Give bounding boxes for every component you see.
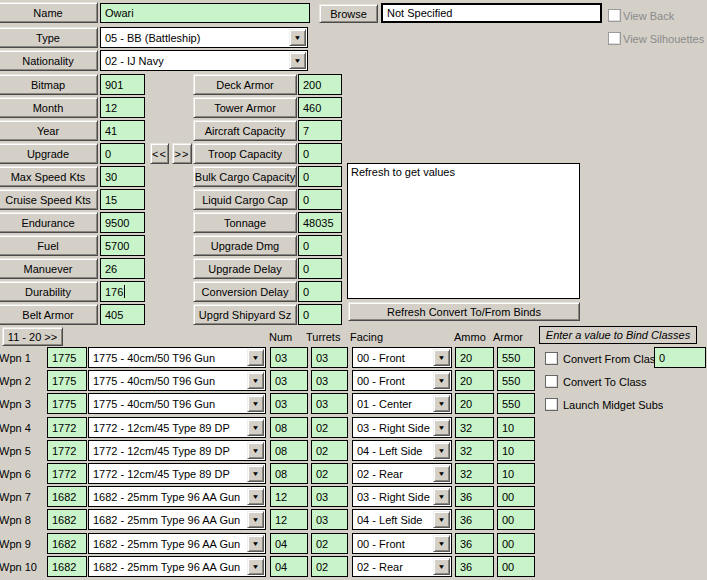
dropdown-arrow-button[interactable]: ▼ — [433, 535, 450, 552]
endurance-input[interactable]: 9500 — [100, 212, 145, 233]
wpn-weapon-combo[interactable]: 1682 - 25mm Type 96 AA Gun▼ — [88, 486, 266, 507]
wpn-turrets-input[interactable]: 02 — [311, 556, 348, 577]
wpn-weapon-combo[interactable]: 1682 - 25mm Type 96 AA Gun▼ — [88, 509, 266, 530]
dropdown-arrow-button[interactable]: ▼ — [247, 465, 264, 482]
wpn-turrets-input[interactable]: 03 — [311, 486, 348, 507]
wpn-armor-input[interactable]: 550 — [497, 393, 535, 414]
nationality-combo[interactable]: 02 - IJ Navy ▼ — [100, 50, 308, 71]
wpn-facing-combo[interactable]: 00 - Front▼ — [352, 370, 452, 391]
wpn-ammo-input[interactable]: 32 — [455, 417, 494, 438]
name-input[interactable]: Owari — [100, 3, 310, 23]
view-back-checkbox[interactable] — [608, 9, 621, 22]
convert-from-class-input[interactable]: 0 — [654, 347, 706, 368]
upgrade-input[interactable]: 0 — [100, 143, 145, 164]
wpn-armor-input[interactable]: 10 — [497, 417, 535, 438]
wpn-ammo-input[interactable]: 32 — [455, 440, 494, 461]
upgrade-delay-input[interactable]: 0 — [298, 258, 342, 279]
dropdown-arrow-button[interactable]: ▼ — [289, 52, 306, 69]
dropdown-arrow-button[interactable]: ▼ — [433, 488, 450, 505]
upgrade-prev-button[interactable]: << — [150, 143, 169, 164]
wpn-facing-combo[interactable]: 02 - Rear▼ — [352, 556, 452, 577]
bulk-cargo-capacity-input[interactable]: 0 — [298, 166, 342, 187]
dropdown-arrow-button[interactable]: ▼ — [247, 349, 264, 366]
tower-armor-input[interactable]: 460 — [298, 97, 342, 118]
wpn-turrets-input[interactable]: 03 — [311, 347, 348, 368]
deck-armor-input[interactable]: 200 — [298, 74, 342, 95]
dropdown-arrow-button[interactable]: ▼ — [247, 558, 264, 575]
wpn-ammo-input[interactable]: 36 — [455, 533, 494, 554]
wpn-turrets-input[interactable]: 03 — [311, 370, 348, 391]
refresh-binds-button[interactable]: Refresh Convert To/From Binds — [348, 302, 580, 321]
belt-armor-input[interactable]: 405 — [100, 304, 145, 325]
troop-capacity-input[interactable]: 0 — [298, 143, 342, 164]
wpn-armor-input[interactable]: 550 — [497, 347, 535, 368]
wpn-id-input[interactable]: 1772 — [47, 417, 87, 438]
wpn-num-input[interactable]: 12 — [270, 486, 308, 507]
convert-from-class-checkbox[interactable] — [545, 352, 558, 365]
wpn-ammo-input[interactable]: 20 — [455, 370, 494, 391]
view-silhouettes-checkbox[interactable] — [608, 32, 621, 45]
wpn-id-input[interactable]: 1682 — [47, 556, 87, 577]
launch-midget-subs-checkbox[interactable] — [545, 398, 558, 411]
wpn-weapon-combo[interactable]: 1772 - 12cm/45 Type 89 DP▼ — [88, 417, 266, 438]
wpn-turrets-input[interactable]: 03 — [311, 509, 348, 530]
dropdown-arrow-button[interactable]: ▼ — [433, 349, 450, 366]
upgrade-dmg-input[interactable]: 0 — [298, 235, 342, 256]
dropdown-arrow-button[interactable]: ▼ — [433, 372, 450, 389]
wpn-weapon-combo[interactable]: 1682 - 25mm Type 96 AA Gun▼ — [88, 533, 266, 554]
dropdown-arrow-button[interactable]: ▼ — [247, 395, 264, 412]
wpn-facing-combo[interactable]: 00 - Front▼ — [352, 347, 452, 368]
aircraft-capacity-input[interactable]: 7 — [298, 120, 342, 141]
browse-button[interactable]: Browse — [319, 4, 378, 23]
dropdown-arrow-button[interactable]: ▼ — [247, 488, 264, 505]
wpn-armor-input[interactable]: 00 — [497, 486, 535, 507]
wpn-weapon-combo[interactable]: 1775 - 40cm/50 T96 Gun▼ — [88, 347, 266, 368]
wpn-weapon-combo[interactable]: 1772 - 12cm/45 Type 89 DP▼ — [88, 463, 266, 484]
dropdown-arrow-button[interactable]: ▼ — [247, 419, 264, 436]
dropdown-arrow-button[interactable]: ▼ — [433, 395, 450, 412]
dropdown-arrow-button[interactable]: ▼ — [433, 442, 450, 459]
dropdown-arrow-button[interactable]: ▼ — [433, 558, 450, 575]
wpn-ammo-input[interactable]: 20 — [455, 347, 494, 368]
manuever-input[interactable]: 26 — [100, 258, 145, 279]
dropdown-arrow-button[interactable]: ▼ — [247, 442, 264, 459]
wpn-num-input[interactable]: 08 — [270, 417, 308, 438]
wpn-armor-input[interactable]: 550 — [497, 370, 535, 391]
wpn-turrets-input[interactable]: 03 — [311, 393, 348, 414]
dropdown-arrow-button[interactable]: ▼ — [433, 465, 450, 482]
cruise-speed-kts-input[interactable]: 15 — [100, 189, 145, 210]
wpn-num-input[interactable]: 08 — [270, 463, 308, 484]
wpn-num-input[interactable]: 04 — [270, 533, 308, 554]
bitmap-path-field[interactable]: Not Specified — [381, 3, 602, 23]
dropdown-arrow-button[interactable]: ▼ — [433, 419, 450, 436]
wpn-id-input[interactable]: 1772 — [47, 463, 87, 484]
wpn-num-input[interactable]: 03 — [270, 370, 308, 391]
wpn-id-input[interactable]: 1682 — [47, 509, 87, 530]
wpn-weapon-combo[interactable]: 1772 - 12cm/45 Type 89 DP▼ — [88, 440, 266, 461]
wpn-facing-combo[interactable]: 04 - Left Side▼ — [352, 509, 452, 530]
wpn-facing-combo[interactable]: 03 - Right Side▼ — [352, 486, 452, 507]
year-input[interactable]: 41 — [100, 120, 145, 141]
dropdown-arrow-button[interactable]: ▼ — [247, 535, 264, 552]
wpn-facing-combo[interactable]: 01 - Center▼ — [352, 393, 452, 414]
wpn-ammo-input[interactable]: 20 — [455, 393, 494, 414]
wpn-id-input[interactable]: 1682 — [47, 486, 87, 507]
wpn-weapon-combo[interactable]: 1775 - 40cm/50 T96 Gun▼ — [88, 370, 266, 391]
conversion-delay-input[interactable]: 0 — [298, 281, 342, 302]
bitmap-input[interactable]: 901 — [100, 74, 145, 95]
wpn-id-input[interactable]: 1682 — [47, 533, 87, 554]
wpn-turrets-input[interactable]: 02 — [311, 417, 348, 438]
wpn-num-input[interactable]: 03 — [270, 347, 308, 368]
wpn-armor-input[interactable]: 10 — [497, 440, 535, 461]
upgrade-next-button[interactable]: >> — [172, 143, 192, 164]
fuel-input[interactable]: 5700 — [100, 235, 145, 256]
wpn-id-input[interactable]: 1775 — [47, 393, 87, 414]
wpn-turrets-input[interactable]: 02 — [311, 440, 348, 461]
liquid-cargo-cap-input[interactable]: 0 — [298, 189, 342, 210]
wpn-ammo-input[interactable]: 36 — [455, 486, 494, 507]
dropdown-arrow-button[interactable]: ▼ — [433, 511, 450, 528]
wpn-facing-combo[interactable]: 03 - Right Side▼ — [352, 417, 452, 438]
weapon-pager-button[interactable]: 11 - 20 >> — [2, 327, 63, 346]
type-combo[interactable]: 05 - BB (Battleship) ▼ — [100, 27, 308, 48]
wpn-armor-input[interactable]: 00 — [497, 533, 535, 554]
